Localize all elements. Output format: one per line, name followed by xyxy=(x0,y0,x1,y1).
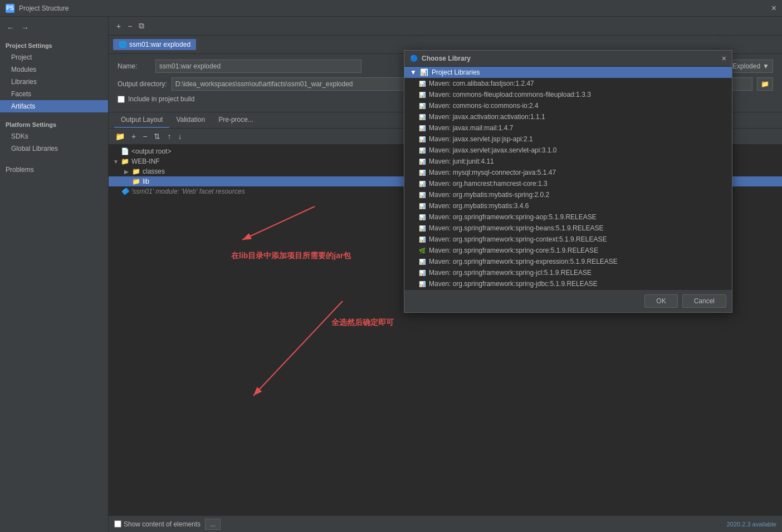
sidebar-item-facets[interactable]: Facets xyxy=(0,88,108,100)
version-info: 2020.2.3 available xyxy=(727,521,776,528)
lib-item-2[interactable]: 📊 Maven: commons-io:commons-io:2.4 xyxy=(404,100,732,111)
lib-item-0[interactable]: 📊 Maven: com.alibaba:fastjson:1.2.47 xyxy=(404,78,732,89)
svg-line-1 xyxy=(242,206,315,240)
add-artifact-button[interactable]: + xyxy=(114,21,123,32)
main-container: ← → Project Settings Project Modules Lib… xyxy=(0,17,782,532)
lib-label-3: Maven: javax.activation:activation:1.1.1 xyxy=(429,113,545,121)
lib-item-5[interactable]: 📊 Maven: javax.servlet.jsp:jsp-api:2.1 xyxy=(404,134,732,145)
output-sort-btn[interactable]: ⇅ xyxy=(151,131,163,142)
webinf-folder-icon: 📁 xyxy=(121,157,129,165)
lib-label-16: Maven: org.springframework:spring-expres… xyxy=(429,258,618,265)
copy-artifact-button[interactable]: ⧉ xyxy=(136,20,146,32)
sidebar-item-project[interactable]: Project xyxy=(0,51,108,63)
lib-label-2: Maven: commons-io:commons-io:2.4 xyxy=(429,102,539,110)
module-icon: 🔷 xyxy=(121,188,129,195)
lib-label-18: Maven: org.springframework:spring-jdbc:5… xyxy=(429,280,598,288)
sidebar-item-libraries[interactable]: Libraries xyxy=(0,76,108,88)
show-content-label: Show content of elements xyxy=(124,520,201,528)
forward-button[interactable]: → xyxy=(19,22,31,33)
dialog-library-list[interactable]: ▼ 📊 Project Libraries 📊 Maven: com.aliba… xyxy=(404,67,732,289)
artifact-selected-item[interactable]: 🌐 ssm01:war exploded xyxy=(113,39,196,50)
lib-item-12[interactable]: 📊 Maven: org.springframework:spring-aop:… xyxy=(404,211,732,223)
lib-item-6[interactable]: 📊 Maven: javax.servlet:javax.servlet-api… xyxy=(404,145,732,156)
lib-item-13[interactable]: 📊 Maven: org.springframework:spring-bean… xyxy=(404,223,732,234)
show-content-checkbox[interactable] xyxy=(114,520,121,528)
tab-output-layout[interactable]: Output Layout xyxy=(114,112,169,128)
output-remove-btn[interactable]: − xyxy=(140,131,149,142)
classes-label: classes xyxy=(143,168,165,175)
lib-label-7: Maven: junit:junit:4.11 xyxy=(429,157,494,165)
lib-item-16[interactable]: 📊 Maven: org.springframework:spring-expr… xyxy=(404,256,732,267)
expand-webinf-icon: ▼ xyxy=(113,159,119,165)
title-bar: PS Project Structure × xyxy=(0,0,782,17)
lib-icon-17: 📊 xyxy=(419,270,426,276)
app-icon: PS xyxy=(6,4,14,13)
type-dropdown-arrow: ▼ xyxy=(763,62,769,70)
dialog-title-text: Choose Library xyxy=(422,55,471,62)
lib-item-4[interactable]: 📊 Maven: javax.mail:mail:1.4.7 xyxy=(404,122,732,134)
lib-icon-8: 📊 xyxy=(419,170,426,176)
group-label: Project Libraries xyxy=(432,68,480,76)
remove-artifact-button[interactable]: − xyxy=(125,21,134,32)
dialog-cancel-button[interactable]: Cancel xyxy=(682,294,726,308)
lib-label-13: Maven: org.springframework:spring-beans:… xyxy=(429,224,603,232)
webinf-label: WEB-INF xyxy=(131,157,160,165)
name-label: Name: xyxy=(118,62,151,70)
sidebar-item-sdks[interactable]: SDKs xyxy=(0,130,108,142)
lib-icon-0: 📊 xyxy=(419,81,426,87)
lib-icon-2: 📊 xyxy=(419,103,426,109)
lib-item-10[interactable]: 📊 Maven: org.mybatis:mybatis-spring:2.0.… xyxy=(404,189,732,200)
project-libraries-group[interactable]: ▼ 📊 Project Libraries xyxy=(404,67,732,78)
sidebar-item-problems[interactable]: Problems xyxy=(0,160,108,176)
sidebar-item-global-libraries[interactable]: Global Libraries xyxy=(0,142,108,155)
sidebar: ← → Project Settings Project Modules Lib… xyxy=(0,17,109,532)
lib-folder-icon: 📁 xyxy=(132,178,140,185)
name-input[interactable] xyxy=(155,60,361,73)
browse-output-dir-button[interactable]: 📁 xyxy=(757,77,773,91)
lib-icon-12: 📊 xyxy=(419,214,426,220)
lib-label-1: Maven: commons-fileupload:commons-fileup… xyxy=(429,91,591,98)
choose-library-dialog: 🔵 Choose Library × ▼ 📊 Project Libraries… xyxy=(404,50,732,313)
lib-icon-4: 📊 xyxy=(419,125,426,131)
tab-validation[interactable]: Validation xyxy=(169,112,212,128)
group-bar-icon: 📊 xyxy=(420,68,428,76)
nav-buttons: ← → xyxy=(0,22,108,33)
close-button[interactable]: × xyxy=(771,4,776,13)
lib-label-10: Maven: org.mybatis:mybatis-spring:2.0.2 xyxy=(429,191,549,199)
lib-label-9: Maven: org.hamcrest:hamcrest-core:1.3 xyxy=(429,180,548,188)
lib-label-14: Maven: org.springframework:spring-contex… xyxy=(429,235,607,243)
output-add-btn[interactable]: + xyxy=(129,131,138,142)
lib-item-15[interactable]: 🌿 Maven: org.springframework:spring-core… xyxy=(404,245,732,256)
svg-line-3 xyxy=(253,301,343,396)
dialog-close-button[interactable]: × xyxy=(722,54,726,63)
lib-item-14[interactable]: 📊 Maven: org.springframework:spring-cont… xyxy=(404,234,732,245)
lib-label-6: Maven: javax.servlet:javax.servlet-api:3… xyxy=(429,146,556,154)
lib-item-3[interactable]: 📊 Maven: javax.activation:activation:1.1… xyxy=(404,111,732,122)
lib-icon-6: 📊 xyxy=(419,147,426,154)
module-resources-label: 'ssm01' module: 'Web' facet resources xyxy=(131,188,245,195)
lib-icon-3: 📊 xyxy=(419,114,426,120)
lib-icon-10: 📊 xyxy=(419,192,426,198)
lib-icon-16: 📊 xyxy=(419,259,426,265)
sidebar-item-artifacts[interactable]: Artifacts xyxy=(0,100,108,112)
lib-item-8[interactable]: 📊 Maven: mysql:mysql-connector-java:5.1.… xyxy=(404,167,732,178)
output-folder-btn[interactable]: 📁 xyxy=(113,131,127,142)
lib-item-1[interactable]: 📊 Maven: commons-fileupload:commons-file… xyxy=(404,89,732,100)
show-content-row: Show content of elements xyxy=(114,520,201,528)
lib-item-9[interactable]: 📊 Maven: org.hamcrest:hamcrest-core:1.3 xyxy=(404,178,732,189)
lib-item-11[interactable]: 📊 Maven: org.mybatis:mybatis:3.4.6 xyxy=(404,200,732,211)
tab-pre-process[interactable]: Pre-proce... xyxy=(212,112,260,128)
lib-item-18[interactable]: 📊 Maven: org.springframework:spring-jdbc… xyxy=(404,278,732,289)
include-build-checkbox[interactable] xyxy=(118,96,125,103)
sidebar-item-modules[interactable]: Modules xyxy=(0,63,108,76)
expand-classes-icon: ▶ xyxy=(124,169,130,175)
back-button[interactable]: ← xyxy=(4,22,17,33)
lib-item-7[interactable]: 📊 Maven: junit:junit:4.11 xyxy=(404,156,732,167)
lib-item-17[interactable]: 📊 Maven: org.springframework:spring-jcl:… xyxy=(404,267,732,278)
ellipsis-button[interactable]: ... xyxy=(205,519,221,530)
dialog-ok-button[interactable]: OK xyxy=(644,294,677,308)
lib-icon-13: 📊 xyxy=(419,225,426,231)
output-up-btn[interactable]: ↑ xyxy=(165,131,173,142)
output-down-btn[interactable]: ↓ xyxy=(175,131,184,142)
window-title: Project Structure xyxy=(19,4,69,12)
